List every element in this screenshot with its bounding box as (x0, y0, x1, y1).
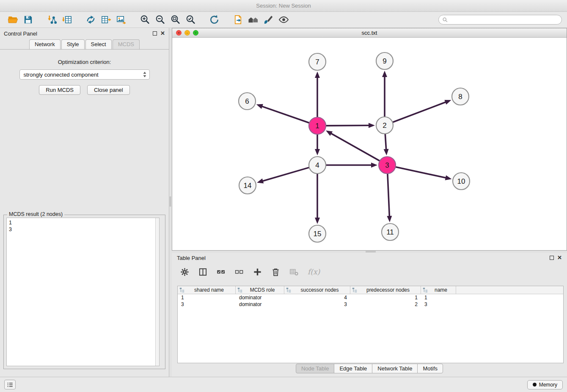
mcds-result-list[interactable]: 13 (6, 218, 160, 366)
column-header-name[interactable]: name (421, 286, 456, 294)
graph-node-6[interactable]: 6 (239, 93, 256, 110)
tab-mcds[interactable]: MCDS (113, 39, 140, 49)
graph-edge-2-3[interactable] (384, 134, 389, 155)
import-network-button[interactable] (44, 14, 59, 26)
graph-node-4[interactable]: 4 (309, 157, 326, 174)
result-item[interactable]: 3 (9, 226, 157, 233)
trash-icon (271, 268, 280, 276)
table-row[interactable]: 3dominator323 (178, 301, 563, 308)
tab-network[interactable]: Network (29, 39, 61, 49)
export-image-icon (116, 14, 127, 25)
graph-edge-1-4[interactable] (315, 135, 320, 155)
graph-node-7[interactable]: 7 (309, 53, 326, 70)
table-toolbar: f(x) (172, 263, 567, 281)
save-session-button[interactable] (20, 14, 36, 26)
tab-select[interactable]: Select (85, 39, 112, 49)
search-icon (442, 17, 448, 23)
export-table-button[interactable] (98, 14, 113, 26)
criterion-dropdown[interactable]: strongly connected component (19, 69, 150, 80)
graph-node-14[interactable]: 14 (239, 177, 256, 194)
zoom-in-button[interactable] (137, 14, 152, 26)
graph-node-3[interactable]: 3 (379, 157, 396, 174)
graph-node-2[interactable]: 2 (376, 117, 393, 134)
select-all-columns-button[interactable] (217, 268, 226, 276)
float-control-panel-button[interactable] (153, 31, 157, 36)
fit-content-button[interactable] (168, 14, 183, 26)
minimize-window-button[interactable]: − (184, 30, 190, 36)
graph-edge-4-14[interactable] (257, 168, 309, 183)
graph-edge-1-2[interactable] (326, 123, 375, 128)
graph-edge-1-6[interactable] (256, 104, 309, 123)
show-columns-button[interactable] (198, 268, 207, 276)
graph-node-15[interactable]: 15 (309, 225, 326, 242)
delete-column-button[interactable] (271, 268, 280, 276)
column-type-icon (352, 287, 357, 293)
duplicate-network-button[interactable] (230, 14, 245, 26)
graph-edge-2-8[interactable] (393, 100, 451, 122)
result-scrollbar[interactable] (155, 218, 159, 366)
search-field[interactable] (438, 15, 562, 25)
network-canvas[interactable]: 7968124314101511 (172, 38, 567, 250)
close-control-panel-button[interactable]: ✕ (160, 31, 165, 36)
tab-edge-table[interactable]: Edge Table (334, 364, 372, 373)
close-window-button[interactable]: ✕ (176, 30, 182, 36)
mcds-result-items: 13 (7, 218, 159, 234)
tab-network-table[interactable]: Network Table (372, 364, 418, 373)
memory-button[interactable]: Memory (527, 380, 563, 389)
graph-edge-3-11[interactable] (387, 174, 392, 222)
result-item[interactable]: 1 (9, 219, 157, 226)
column-header-mcds-role[interactable]: MCDS role (236, 286, 284, 294)
graph-edge-3-10[interactable] (396, 167, 452, 180)
zoom-fit-icon (170, 14, 181, 25)
zoom-window-button[interactable]: + (193, 30, 198, 36)
column-type-icon (179, 287, 184, 293)
column-header-predecessor-nodes[interactable]: predecessor nodes (350, 286, 421, 294)
table-cell: dominator (236, 301, 284, 308)
graph-edge-2-9[interactable] (382, 71, 387, 116)
column-header-label: predecessor nodes (357, 287, 419, 293)
column-header-successor-nodes[interactable]: successor nodes (284, 286, 350, 294)
delete-table-button[interactable] (289, 268, 298, 276)
tab-style[interactable]: Style (61, 39, 85, 49)
table-row[interactable]: 1dominator411 (178, 294, 563, 301)
open-session-button[interactable] (5, 14, 20, 26)
control-panel-title: Control Panel (4, 30, 37, 37)
column-header-filler (456, 286, 563, 294)
graph-node-9[interactable]: 9 (376, 52, 393, 69)
import-table-button[interactable] (59, 14, 74, 26)
search-input[interactable] (450, 17, 558, 23)
apply-style-button[interactable] (261, 14, 276, 26)
export-image-button[interactable] (113, 14, 129, 26)
function-builder-button[interactable]: f(x) (308, 268, 320, 276)
graph-edge-3-1[interactable] (326, 130, 380, 160)
memory-status-icon (533, 383, 537, 386)
table-settings-button[interactable] (180, 268, 189, 276)
close-table-panel-button[interactable]: ✕ (557, 256, 562, 260)
graph-node-11[interactable]: 11 (382, 224, 399, 240)
delete-table-icon (289, 268, 298, 276)
toolbar-group (137, 14, 198, 26)
run-mcds-button[interactable]: Run MCDS (39, 85, 80, 95)
apply-layout-button[interactable] (206, 14, 222, 26)
show-hide-details-button[interactable] (276, 14, 291, 26)
tab-motifs[interactable]: Motifs (417, 364, 443, 373)
close-mcds-panel-button[interactable]: Close panel (87, 85, 130, 95)
graph-node-10[interactable]: 10 (453, 173, 470, 190)
column-header-shared-name[interactable]: shared name (178, 286, 236, 294)
deselect-all-columns-button[interactable] (235, 268, 244, 276)
zoom-out-button[interactable] (152, 14, 168, 26)
create-column-button[interactable] (253, 268, 262, 276)
graph-node-label: 10 (457, 177, 465, 185)
graph-edge-4-15[interactable] (315, 174, 320, 224)
float-table-panel-button[interactable] (550, 256, 554, 260)
export-network-button[interactable] (83, 14, 98, 26)
overview-button[interactable] (245, 14, 261, 26)
homes-icon (248, 14, 259, 25)
graph-edge-4-3[interactable] (326, 163, 377, 168)
graph-node-1[interactable]: 1 (309, 117, 326, 134)
task-history-button[interactable] (4, 380, 16, 389)
fit-selected-button[interactable] (183, 14, 198, 26)
tab-node-table[interactable]: Node Table (296, 364, 335, 373)
graph-edge-1-7[interactable] (315, 72, 320, 117)
graph-node-8[interactable]: 8 (452, 88, 469, 105)
